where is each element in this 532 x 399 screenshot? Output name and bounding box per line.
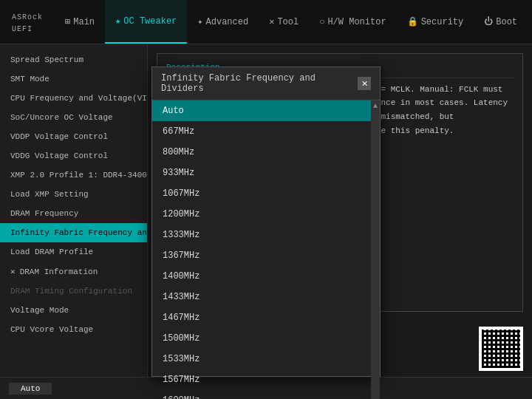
modal-option-1333mhz[interactable]: 1333MHz: [152, 225, 371, 245]
modal-option-800mhz[interactable]: 800MHz: [152, 142, 371, 163]
nav-item-security[interactable]: 🔒Security: [397, 0, 474, 44]
nav-label-main: Main: [73, 17, 95, 27]
nav-item-advanced[interactable]: ✦Advanced: [187, 0, 259, 44]
nav-icon-main: ⊞: [65, 16, 70, 27]
nav-icon-tool: ✕: [269, 16, 274, 27]
nav-icon-hw-monitor: ○: [319, 17, 324, 27]
modal-option-1533mhz[interactable]: 1533MHz: [152, 349, 371, 369]
nav-item-tool[interactable]: ✕Tool: [259, 0, 309, 44]
modal-option-list[interactable]: Auto667MHz800MHz933MHz1067MHz1200MHz1333…: [152, 100, 371, 399]
modal-header: Infinity Fabric Frequency and Dividers ✕: [152, 67, 380, 100]
modal-option-1067mhz[interactable]: 1067MHz: [152, 183, 371, 204]
nav-item-hw-monitor[interactable]: ○H/W Monitor: [309, 0, 396, 44]
modal-option-1467mhz[interactable]: 1467MHz: [152, 307, 371, 328]
current-value-display: Auto: [9, 383, 52, 395]
nav-item-oc-tweaker[interactable]: ★OC Tweaker: [105, 0, 187, 44]
main-nav: ⊞Main★OC Tweaker✦Advanced✕Tool○H/W Monit…: [55, 0, 532, 44]
scroll-up-arrow[interactable]: ▲: [372, 100, 379, 112]
modal-overlay: Infinity Fabric Frequency and Dividers ✕…: [0, 44, 532, 377]
nav-label-oc-tweaker: OC Tweaker: [123, 16, 177, 27]
header: ASRock UEFI ⊞Main★OC Tweaker✦Advanced✕To…: [0, 0, 532, 44]
nav-item-main[interactable]: ⊞Main: [55, 0, 105, 44]
brand-logo: ASRock UEFI: [0, 10, 55, 34]
dropdown-modal: Infinity Fabric Frequency and Dividers ✕…: [151, 66, 381, 377]
modal-option-1600mhz[interactable]: 1600MHz: [152, 390, 371, 399]
modal-option-auto[interactable]: Auto: [152, 100, 371, 121]
nav-item-boot[interactable]: ⏻Boot: [474, 0, 528, 44]
nav-label-hw-monitor: H/W Monitor: [327, 17, 386, 27]
nav-icon-oc-tweaker: ★: [115, 16, 120, 27]
modal-option-1400mhz[interactable]: 1400MHz: [152, 266, 371, 287]
modal-option-1567mhz[interactable]: 1567MHz: [152, 369, 371, 390]
modal-option-1367mhz[interactable]: 1367MHz: [152, 245, 371, 266]
brand-subtitle: UEFI: [12, 25, 33, 33]
modal-title: Infinity Fabric Frequency and Dividers: [161, 73, 358, 94]
modal-option-1200mhz[interactable]: 1200MHz: [152, 204, 371, 225]
nav-icon-boot: ⏻: [484, 16, 493, 27]
modal-option-1500mhz[interactable]: 1500MHz: [152, 328, 371, 349]
nav-label-advanced: Advanced: [206, 17, 249, 27]
modal-option-1433mhz[interactable]: 1433MHz: [152, 287, 371, 307]
nav-item-exit[interactable]: ⏏Exit: [528, 0, 532, 44]
nav-label-boot: Boot: [496, 17, 517, 27]
nav-label-security: Security: [421, 17, 464, 27]
scrollbar[interactable]: ▲ ▼: [371, 100, 380, 399]
modal-option-667mhz[interactable]: 667MHz: [152, 121, 371, 142]
nav-icon-advanced: ✦: [197, 16, 202, 27]
modal-close-button[interactable]: ✕: [358, 77, 371, 90]
brand-name: ASRock: [12, 13, 43, 21]
modal-option-933mhz[interactable]: 933MHz: [152, 163, 371, 183]
nav-label-tool: Tool: [277, 17, 299, 27]
content-area: Spread SpectrumSMT ModeCPU Frequency and…: [0, 44, 532, 377]
nav-icon-security: 🔒: [407, 16, 418, 27]
